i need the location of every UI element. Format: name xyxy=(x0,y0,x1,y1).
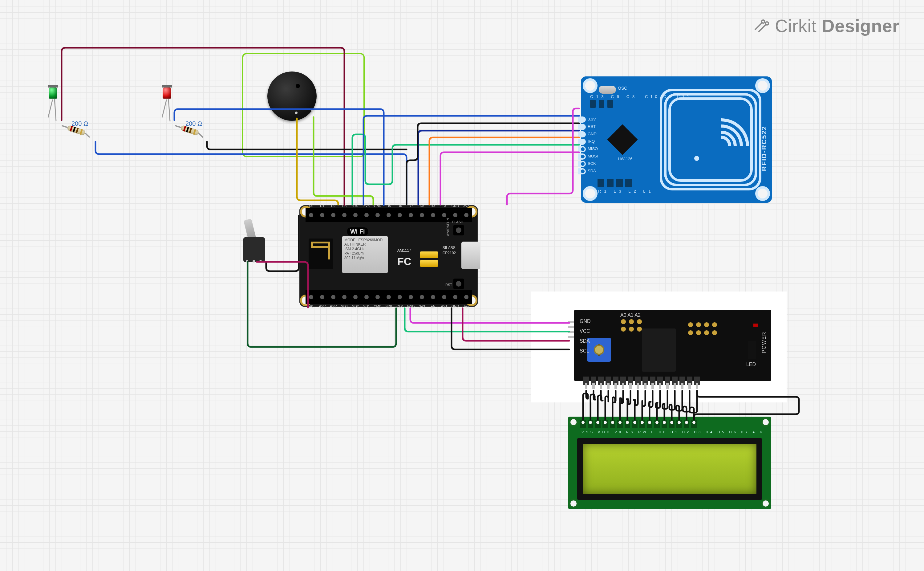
usb-chip-label: SILABS CP2102 xyxy=(443,245,456,256)
resistor-1-label: 200 Ω xyxy=(71,120,88,127)
pcf8574-chip xyxy=(642,329,676,372)
flash-label: FLASH xyxy=(453,220,463,224)
svg-point-0 xyxy=(762,20,765,23)
rfid-pin-labels: 3.3VRSTGNDIRQMISOMOSISCKSDA xyxy=(588,116,598,174)
i2c-backpack[interactable]: A0 A1 A2 LED POWER GNDVCCSDASCL xyxy=(531,292,787,403)
reset-label: RST xyxy=(445,283,452,287)
resistor-2-label: 200 Ω xyxy=(185,120,202,127)
svg-point-1 xyxy=(765,22,768,25)
i2c-power-label: POWER xyxy=(761,332,767,353)
mcu-markings: AM1117 FC xyxy=(397,248,411,268)
rfid-chip xyxy=(607,125,638,155)
mcu-antenna xyxy=(309,239,333,269)
mcu-pins-bottom: A0RSVRSVSD3SD2SD1CMDSD0CLKGND3V3ENRSTGND… xyxy=(305,290,472,304)
backlight-jumper[interactable] xyxy=(748,341,756,359)
watermark: Cirkit Designer xyxy=(752,15,899,36)
i2c-bottom-header xyxy=(584,377,700,385)
rfid-pin-header xyxy=(578,116,586,174)
watermark-text: Cirkit Designer xyxy=(775,15,899,36)
buzzer[interactable] xyxy=(267,71,317,121)
nodemcu[interactable]: D0D1D2D3D43V3GNDD5D6D7D8RXTXGND3V3 A0RSV… xyxy=(299,205,478,307)
rfid-cap-labels: C13 C9 C8 xyxy=(590,94,638,99)
potentiometer[interactable] xyxy=(243,219,265,262)
micro-usb-port xyxy=(461,242,480,269)
lcd-1602[interactable]: VSS VDD V0 RS RW E D0 D1 D2 D3 D4 D5 D6 … xyxy=(568,417,771,509)
wifi-badge: Wi Fi xyxy=(347,227,368,236)
i2c-pin-labels: GNDVCCSDASCL xyxy=(580,319,591,354)
esp-shield: MODEL ESP8266MODAUTHINKERISM 2.4GHzPA +2… xyxy=(342,236,388,273)
rfid-title: RFID-RC522 xyxy=(760,126,768,171)
mcu-side-text: AYARAFUN xyxy=(446,218,450,236)
contrast-trimmer[interactable] xyxy=(587,338,611,362)
rfid-hw-label: HW-126 xyxy=(618,157,632,161)
i2c-addr-label: A0 A1 A2 xyxy=(620,312,641,318)
rfid-xtal-label: OSC xyxy=(618,86,627,91)
i2c-led-label: LED xyxy=(746,362,756,367)
flash-button[interactable] xyxy=(453,225,464,235)
rfid-bottom-labels: R1 L3 L2 L1 xyxy=(598,189,654,193)
rfid-antenna xyxy=(660,89,761,190)
lcd-header xyxy=(580,420,697,428)
reset-button[interactable] xyxy=(453,279,464,289)
lcd-pin-silk: VSS VDD V0 RS RW E D0 D1 D2 D3 D4 D5 D6 … xyxy=(582,430,764,434)
rfid-rc522[interactable]: OSC C13 C9 C8 3.3VRSTGNDIRQMISOMOSISCKSD… xyxy=(581,76,772,203)
cirkit-logo-icon xyxy=(752,17,769,34)
